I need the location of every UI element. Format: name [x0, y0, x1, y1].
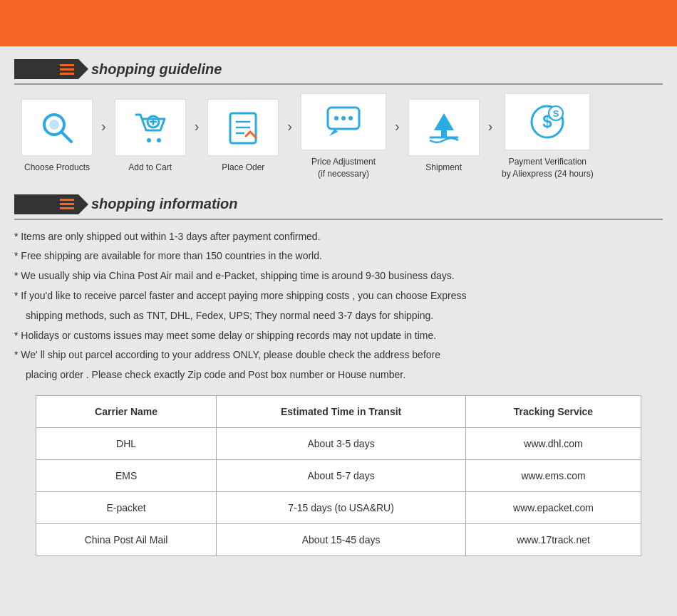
information-title: shopping information — [91, 196, 238, 212]
guideline-section-title: shopping guideline — [14, 59, 663, 85]
section-icon — [14, 59, 78, 79]
guideline-title: shopping guideline — [91, 61, 222, 78]
svg-text:S: S — [553, 108, 559, 119]
step-label-1: Choose Products — [24, 162, 90, 174]
step-icon-box-1 — [21, 99, 93, 156]
step-label-3: Place Oder — [222, 162, 264, 174]
info-item-2: * Free shipping are available for more t… — [14, 248, 663, 265]
info-item-4: * If you'd like to receive parcel faster… — [14, 288, 663, 305]
info-item-1: * Items are only shipped out within 1-3 … — [14, 229, 663, 246]
step-place-order: Place Oder — [200, 99, 286, 174]
svg-point-3 — [147, 138, 151, 142]
ship-icon — [425, 109, 462, 146]
tracking-epacket: www.epacket.com — [466, 491, 641, 523]
step-icon-box-2 — [115, 99, 186, 156]
payment-icon: $ S — [529, 103, 566, 140]
step-label-6: Payment Verificationby Aliexpress (24 ho… — [502, 156, 594, 180]
section-icon-2 — [14, 194, 78, 214]
step-add-to-cart: Add to Cart — [108, 99, 193, 174]
col-header-carrier: Carrier Name — [36, 395, 217, 427]
col-header-tracking: Tracking Service — [466, 395, 641, 427]
table-header-row: Carrier Name Estimated Time in Transit T… — [36, 395, 641, 427]
svg-marker-16 — [434, 113, 454, 130]
svg-point-15 — [348, 116, 353, 120]
search-icon — [38, 109, 76, 146]
steps-row: Choose Products › Add to Cart › — [14, 93, 663, 180]
table-row: DHL About 3-5 days www.dhl.com — [36, 427, 641, 459]
step-payment-verification: $ S Payment Verificationby Aliexpress (2… — [494, 93, 601, 180]
chat-icon — [325, 103, 362, 140]
arrow-5: › — [488, 118, 493, 135]
step-icon-box-6: $ S — [505, 93, 590, 150]
order-icon — [224, 109, 262, 146]
carrier-ems: EMS — [36, 459, 217, 491]
info-item-6b: placing order . Please check exactly Zip… — [14, 367, 663, 384]
step-icon-box-3 — [207, 99, 279, 156]
arrow-1: › — [101, 118, 106, 135]
step-choose-products: Choose Products — [14, 99, 100, 174]
info-item-3: * We usually ship via China Post Air mai… — [14, 268, 663, 285]
arrow-4: › — [395, 118, 400, 135]
svg-point-14 — [341, 116, 346, 120]
tracking-dhl: www.dhl.com — [466, 427, 641, 459]
table-row: E-packet 7-15 days (to USA&RU) www.epack… — [36, 491, 641, 523]
col-header-time: Estimated Time in Transit — [217, 395, 466, 427]
cart-icon — [132, 109, 169, 146]
carrier-epacket: E-packet — [36, 491, 217, 523]
svg-point-4 — [157, 138, 161, 142]
table-row: EMS About 5-7 days www.ems.com — [36, 459, 641, 491]
arrow-2: › — [195, 118, 200, 135]
svg-line-1 — [61, 132, 71, 142]
shipping-table: Carrier Name Estimated Time in Transit T… — [36, 395, 641, 556]
carrier-dhl: DHL — [36, 427, 217, 459]
svg-point-13 — [334, 116, 338, 120]
step-label-2: Add to Cart — [128, 162, 172, 174]
arrow-3: › — [287, 118, 292, 135]
step-icon-box-4 — [301, 93, 386, 150]
step-icon-box-5 — [408, 99, 480, 156]
info-item-4b: shipping methods, such as TNT, DHL, Fede… — [14, 308, 663, 325]
tracking-ems: www.ems.com — [466, 459, 641, 491]
step-price-adjustment: Price Adjustment(if necessary) — [294, 93, 393, 180]
info-item-6: * We' ll ship out parcel according to yo… — [14, 347, 663, 364]
info-item-5: * Holidays or customs issues may meet so… — [14, 328, 663, 345]
time-epacket: 7-15 days (to USA&RU) — [217, 491, 466, 523]
time-china-post: About 15-45 days — [217, 523, 466, 555]
time-dhl: About 3-5 days — [217, 427, 466, 459]
table-row: China Post Ail Mail About 15-45 days www… — [36, 523, 641, 555]
tracking-china-post: www.17track.net — [466, 523, 641, 555]
svg-point-2 — [49, 120, 59, 130]
step-label-4: Price Adjustment(if necessary) — [311, 156, 376, 180]
info-list: * Items are only shipped out within 1-3 … — [14, 229, 663, 384]
time-ems: About 5-7 days — [217, 459, 466, 491]
header-bar — [0, 0, 677, 46]
step-shipment: Shipment — [401, 99, 487, 174]
information-section-title: shopping information — [14, 194, 663, 220]
step-label-5: Shipment — [425, 162, 462, 174]
carrier-china-post: China Post Ail Mail — [36, 523, 217, 555]
